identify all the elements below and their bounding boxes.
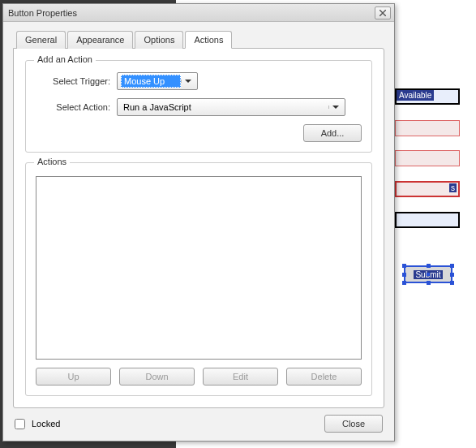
form-field[interactable] — [395, 150, 460, 166]
tab-appearance[interactable]: Appearance — [67, 31, 133, 49]
edit-button[interactable]: Edit — [203, 368, 278, 386]
form-field[interactable] — [395, 212, 460, 228]
chevron-down-icon — [181, 80, 194, 83]
group-label: Actions — [34, 157, 70, 166]
locked-checkbox-label[interactable]: Locked — [11, 416, 60, 432]
button-properties-dialog: Button Properties General Appearance Opt… — [2, 3, 395, 442]
locked-label-text: Locked — [32, 419, 60, 429]
select-action-dropdown[interactable]: Run a JavaScript — [117, 98, 345, 116]
submit-label: Submit — [414, 270, 442, 279]
group-label: Add an Action — [34, 54, 96, 64]
chevron-down-icon — [328, 106, 341, 109]
add-button[interactable]: Add... — [303, 124, 362, 142]
action-label: Select Action: — [36, 102, 110, 112]
dialog-title: Button Properties — [8, 8, 77, 18]
trigger-label: Select Trigger: — [36, 76, 110, 86]
tab-options[interactable]: Options — [135, 31, 183, 49]
tab-content-actions: Add an Action Select Trigger: Mouse Up S… — [13, 48, 384, 408]
badge: s — [449, 183, 457, 192]
select-trigger-dropdown[interactable]: Mouse Up — [117, 72, 198, 90]
submit-button-field[interactable]: Submit — [404, 265, 452, 283]
tab-general[interactable]: General — [16, 31, 66, 49]
form-field[interactable]: Available — [395, 88, 460, 105]
add-action-group: Add an Action Select Trigger: Mouse Up S… — [25, 60, 372, 153]
dialog-footer: Locked Close — [3, 408, 394, 441]
available-badge: Available — [397, 90, 434, 101]
form-field[interactable]: s — [395, 181, 460, 197]
close-icon[interactable] — [375, 6, 391, 19]
dropdown-value: Mouse Up — [121, 75, 181, 88]
actions-group: Actions Up Down Edit Delete — [25, 162, 372, 396]
dialog-titlebar[interactable]: Button Properties — [3, 4, 394, 22]
actions-listbox[interactable] — [36, 176, 362, 360]
close-button[interactable]: Close — [324, 415, 383, 433]
form-field[interactable] — [395, 120, 460, 136]
dropdown-value: Run a JavaScript — [121, 101, 328, 113]
down-button[interactable]: Down — [119, 368, 195, 386]
locked-checkbox[interactable] — [15, 419, 25, 429]
up-button[interactable]: Up — [36, 368, 111, 386]
tab-strip: General Appearance Options Actions — [13, 31, 384, 49]
tab-actions[interactable]: Actions — [185, 31, 232, 49]
delete-button[interactable]: Delete — [286, 368, 362, 386]
